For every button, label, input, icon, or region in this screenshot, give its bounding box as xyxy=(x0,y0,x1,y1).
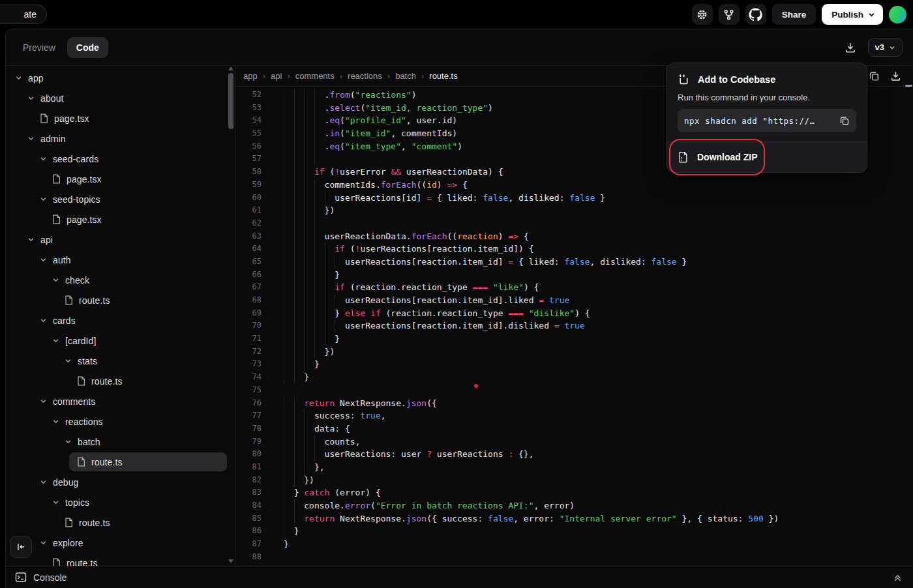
line-number: 56 xyxy=(235,140,262,153)
tree-item-label: auth xyxy=(53,255,71,265)
line-number: 88 xyxy=(235,551,262,564)
line-number: 82 xyxy=(235,474,262,487)
tree-item-auth[interactable]: auth xyxy=(6,250,235,270)
download-icon[interactable] xyxy=(890,70,901,81)
line-number: 79 xyxy=(235,435,262,448)
console-label: Console xyxy=(33,572,67,583)
chevron-down-icon xyxy=(52,276,59,284)
copy-icon[interactable] xyxy=(839,115,850,126)
code-line: 78data: { xyxy=(235,422,904,435)
tree-item-app[interactable]: app xyxy=(6,68,235,88)
expand-console-button[interactable] xyxy=(893,572,903,582)
tree-scrollbar[interactable] xyxy=(228,66,234,563)
tree-item-explore[interactable]: explore xyxy=(6,533,235,553)
tree-item-route.ts[interactable]: route.ts xyxy=(6,371,235,391)
breadcrumb-item[interactable]: reactions xyxy=(348,71,382,81)
line-number: 62 xyxy=(235,217,262,230)
codebase-icon xyxy=(678,73,690,85)
line-number: 66 xyxy=(235,269,262,282)
tree-item-route.ts[interactable]: route.ts xyxy=(6,290,235,310)
tree-item-label: route.ts xyxy=(91,376,123,387)
tree-item-page.tsx[interactable]: page.tsx xyxy=(6,169,235,189)
tree-item--cardid-[interactable]: [cardId] xyxy=(6,331,235,351)
line-number: 65 xyxy=(235,256,262,269)
line-number: 75 xyxy=(235,384,262,397)
download-icon[interactable] xyxy=(845,42,856,53)
share-button[interactable]: Share xyxy=(772,4,816,25)
github-icon xyxy=(749,8,762,22)
code-line: 69} else if (reaction.reaction_type === … xyxy=(235,307,904,320)
chevron-down-icon xyxy=(40,478,47,486)
download-zip-button[interactable]: Download ZIP xyxy=(678,151,856,163)
tree-item-page.tsx[interactable]: page.tsx xyxy=(6,209,235,229)
tree-item-check[interactable]: check xyxy=(6,270,235,290)
code-line: 86} xyxy=(235,525,904,538)
line-number: 57 xyxy=(235,153,262,166)
tree-item-page.tsx[interactable]: page.tsx xyxy=(6,108,235,128)
copy-icon[interactable] xyxy=(869,70,880,81)
code-line: 85return NextResponse.json({ success: fa… xyxy=(235,512,904,525)
github-button[interactable] xyxy=(745,4,766,25)
chevron-down-icon xyxy=(27,135,35,142)
tree-item-reactions[interactable]: reactions xyxy=(6,411,235,432)
settings-button[interactable] xyxy=(692,4,713,25)
file-tree: appaboutpage.tsxadminseed-cardspage.tsxs… xyxy=(6,65,235,566)
breadcrumb-separator: › xyxy=(287,71,290,81)
chevron-down-icon xyxy=(868,11,875,18)
code-line: 75 xyxy=(235,384,904,397)
tree-item-label: explore xyxy=(53,538,83,548)
file-icon xyxy=(65,518,73,527)
console-bar[interactable]: Console xyxy=(6,566,913,588)
command-box[interactable]: npx shadcn add "https://… xyxy=(678,109,856,132)
tree-item-cards[interactable]: cards xyxy=(6,310,235,331)
generate-pill[interactable]: ate xyxy=(0,5,47,24)
breadcrumb-item[interactable]: route.ts xyxy=(429,71,457,81)
fork-button[interactable] xyxy=(719,4,740,25)
tree-item-seed-cards[interactable]: seed-cards xyxy=(6,149,235,169)
tree-item-label: page.tsx xyxy=(67,214,102,225)
chevrons-up-icon xyxy=(893,572,903,582)
tree-item-debug[interactable]: debug xyxy=(6,472,235,492)
version-label: v3 xyxy=(875,42,884,52)
code-line: 66} xyxy=(235,269,904,282)
line-number: 80 xyxy=(235,448,262,461)
version-button[interactable]: v3 xyxy=(868,38,903,57)
chevron-down-icon xyxy=(27,236,35,243)
tree-item-label: route.ts xyxy=(91,457,123,467)
scroll-down-arrow-icon[interactable] xyxy=(228,559,233,563)
breadcrumb-item[interactable]: batch xyxy=(395,71,416,81)
tree-scrollbar-thumb[interactable] xyxy=(228,73,233,129)
collapse-sidebar-button[interactable] xyxy=(10,536,32,558)
tree-item-comments[interactable]: comments xyxy=(6,391,235,411)
file-icon xyxy=(77,376,85,386)
chevron-down-icon xyxy=(40,539,47,546)
line-number: 78 xyxy=(235,422,262,435)
tree-item-seed-topics[interactable]: seed-topics xyxy=(6,189,235,209)
tree-item-route.ts[interactable]: route.ts xyxy=(6,512,235,533)
tree-item-route.ts[interactable]: route.ts xyxy=(6,553,235,566)
tree-item-topics[interactable]: topics xyxy=(6,492,235,512)
tree-item-label: route.ts xyxy=(79,518,110,528)
breadcrumb-item[interactable]: api xyxy=(271,71,282,81)
line-number: 59 xyxy=(235,179,262,192)
breadcrumb-separator: › xyxy=(387,71,390,81)
tree-item-admin[interactable]: admin xyxy=(6,128,235,149)
git-fork-icon xyxy=(723,9,734,20)
tree-item-api[interactable]: api xyxy=(6,229,235,250)
tab-code[interactable]: Code xyxy=(67,37,108,58)
add-to-codebase-popover: Add to Codebase Run this command in your… xyxy=(666,63,867,173)
breadcrumb-item[interactable]: comments xyxy=(295,71,335,81)
breadcrumb-item[interactable]: app xyxy=(243,71,258,81)
avatar[interactable] xyxy=(889,6,906,23)
tree-item-stats[interactable]: stats xyxy=(6,351,235,371)
tree-item-about[interactable]: about xyxy=(6,88,235,108)
tree-item-route.ts[interactable]: route.ts xyxy=(6,452,235,472)
code-line: 67if (reaction.reaction_type === "like")… xyxy=(235,281,904,294)
tab-preview[interactable]: Preview xyxy=(14,37,65,58)
code-line: 65userReactions[reaction.item_id] = { li… xyxy=(235,256,904,269)
gear-icon xyxy=(696,8,708,21)
scroll-up-arrow-icon[interactable] xyxy=(228,66,233,70)
editor-scrollbar-thumb[interactable] xyxy=(905,85,912,87)
tree-item-batch[interactable]: batch xyxy=(6,432,235,452)
publish-button[interactable]: Publish xyxy=(822,4,883,25)
